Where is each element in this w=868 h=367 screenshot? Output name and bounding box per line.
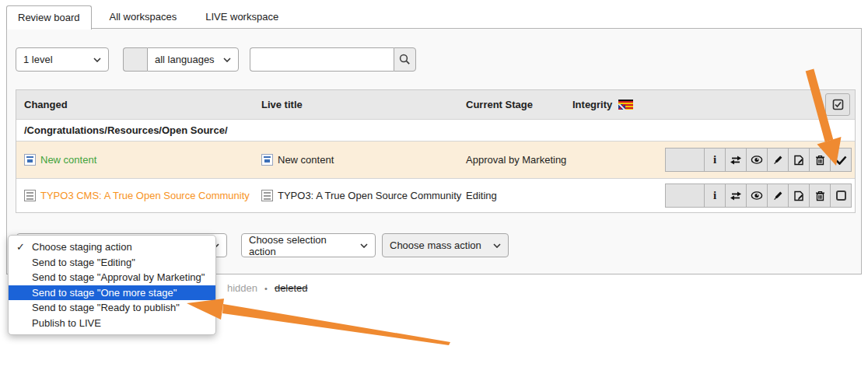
current-stage: Approval by Marketing: [466, 154, 572, 166]
changed-title[interactable]: TYPO3 CMS: A True Open Source Community: [40, 190, 250, 201]
legend: hidden • deleted: [227, 282, 308, 294]
menu-item-send-one-more-stage[interactable]: Send to stage "One more stage": [9, 285, 215, 301]
search-bar: [250, 47, 416, 72]
depth-select-value: 1 level: [23, 54, 53, 65]
mass-action-value: Choose mass action: [390, 239, 481, 251]
arrow-to-menu-item: [187, 299, 450, 345]
chevron-down-icon: [93, 58, 101, 62]
info-icon: i: [713, 189, 716, 202]
staging-action-menu: ✓ Choose staging action Send to stage "E…: [8, 235, 216, 335]
legend-deleted: deleted: [275, 282, 308, 294]
eye-icon: [751, 191, 763, 200]
content-element-icon: [24, 154, 36, 166]
check-icon: [835, 156, 847, 165]
legend-hidden: hidden: [227, 282, 257, 294]
edit-button[interactable]: [767, 148, 789, 172]
search-button[interactable]: [394, 47, 416, 72]
language-filter: all languages: [123, 47, 239, 72]
live-title: New content: [278, 154, 334, 166]
selected-check-icon: ✓: [16, 240, 25, 254]
info-button[interactable]: i: [704, 148, 726, 172]
menu-item-send-ready-to-publish[interactable]: Send to stage "Ready to publish": [9, 300, 215, 316]
info-icon: i: [713, 153, 716, 166]
header-changed: Changed: [16, 99, 261, 110]
action-spacer: [665, 184, 705, 208]
menu-item-label: Send to stage "Ready to publish": [32, 302, 180, 313]
page-edit-icon: [793, 190, 804, 201]
select-all-button[interactable]: [825, 93, 850, 116]
pencil-icon: [772, 190, 783, 201]
row-checkbox-checked[interactable]: [830, 148, 852, 172]
table-row[interactable]: TYPO3 CMS: A True Open Source Community …: [16, 178, 855, 212]
chevron-down-icon: [223, 58, 231, 62]
info-button[interactable]: i: [704, 184, 726, 208]
text-element-icon: [261, 190, 273, 201]
language-select-value: all languages: [155, 54, 215, 65]
tab-all-workspaces[interactable]: All workspaces: [99, 5, 188, 30]
tab-review-board[interactable]: Review board: [6, 5, 92, 30]
search-input[interactable]: [250, 47, 394, 72]
menu-item-label: Choose staging action: [32, 241, 132, 253]
chevron-down-icon: [493, 243, 501, 248]
chevron-down-icon: [360, 243, 368, 248]
preview-button[interactable]: [746, 184, 768, 208]
preview-button[interactable]: [746, 148, 768, 172]
action-spacer: [665, 148, 705, 172]
page-path: /Congratulations/Resources/Open Source/: [16, 119, 855, 141]
workspace-table: Changed Live title Current Stage Integri…: [16, 89, 856, 213]
menu-item-label: Send to stage "One more stage": [32, 287, 177, 299]
tab-bar: Review board All workspaces LIVE workspa…: [6, 5, 289, 30]
menu-item-send-editing[interactable]: Send to stage "Editing": [9, 255, 215, 271]
workspace-module: Review board All workspaces LIVE workspa…: [0, 0, 868, 367]
pencil-icon: [772, 155, 783, 166]
edit-button[interactable]: [767, 184, 789, 208]
checkbox-empty-icon: [836, 190, 846, 201]
send-to-stage-button[interactable]: [725, 184, 747, 208]
table-header-row: Changed Live title Current Stage Integri…: [16, 90, 855, 119]
menu-item-label: Send to stage "Editing": [32, 257, 135, 268]
tab-live-workspace[interactable]: LIVE workspace: [194, 5, 289, 30]
menu-item-send-approval-marketing[interactable]: Send to stage "Approval by Marketing": [9, 270, 215, 285]
eye-icon: [751, 156, 763, 164]
swap-arrows-icon: [730, 156, 742, 165]
content-element-icon: [261, 154, 273, 166]
mass-action-select[interactable]: Choose mass action: [382, 233, 509, 257]
menu-item-choose-staging-action[interactable]: ✓ Choose staging action: [9, 239, 215, 255]
language-select[interactable]: all languages: [147, 47, 239, 72]
delete-button[interactable]: [809, 184, 831, 208]
header-integrity-label: Integrity: [572, 99, 612, 110]
menu-item-label: Send to stage "Approval by Marketing": [32, 271, 205, 283]
trash-icon: [815, 155, 825, 166]
current-stage: Editing: [466, 190, 572, 201]
language-flag-box: [123, 47, 147, 72]
search-icon: [399, 54, 411, 65]
header-live-title: Live title: [261, 99, 466, 110]
header-integrity: Integrity: [572, 99, 825, 110]
menu-item-label: Publish to LIVE: [32, 317, 101, 329]
trash-icon: [815, 190, 825, 201]
row-action-buttons: i: [665, 184, 852, 208]
selection-action-select[interactable]: Choose selection action: [241, 233, 376, 257]
changed-title[interactable]: New content: [40, 154, 96, 166]
send-to-stage-button[interactable]: [725, 148, 747, 172]
languages-flags-icon: [618, 100, 633, 110]
table-row[interactable]: New content New content Approval by Mark…: [16, 141, 855, 178]
delete-button[interactable]: [809, 148, 831, 172]
depth-select[interactable]: 1 level: [16, 47, 109, 72]
text-element-icon: [24, 190, 36, 201]
legend-separator: •: [264, 284, 268, 293]
menu-item-publish-to-live[interactable]: Publish to LIVE: [9, 316, 215, 331]
checkbox-checked-icon: [832, 99, 844, 110]
edit-record-button[interactable]: [788, 184, 810, 208]
row-action-buttons: i: [665, 148, 852, 172]
header-current-stage: Current Stage: [466, 99, 572, 110]
row-checkbox-unchecked[interactable]: [830, 184, 852, 208]
page-edit-icon: [793, 155, 804, 166]
swap-arrows-icon: [730, 191, 742, 201]
live-title: TYPO3: A True Open Source Community: [278, 190, 461, 201]
edit-record-button[interactable]: [788, 148, 810, 172]
selection-action-value: Choose selection action: [249, 234, 352, 257]
